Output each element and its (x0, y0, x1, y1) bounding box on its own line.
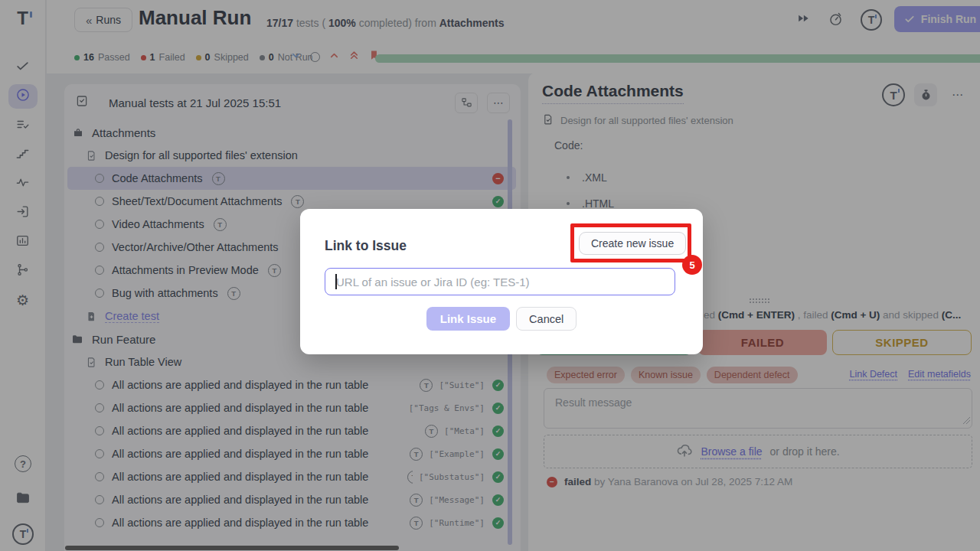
cancel-button[interactable]: Cancel (516, 307, 577, 331)
annotation-highlight-rect (570, 223, 691, 262)
modal-title: Link to Issue (325, 238, 407, 254)
app-root: T ⚙ ?T « Runs Manual Run 17/17 tests ( 1… (0, 0, 980, 551)
issue-url-input[interactable] (325, 268, 675, 295)
annotation-step-badge: 5 (682, 255, 702, 275)
link-issue-button[interactable]: Link Issue (426, 307, 510, 331)
text-caret (335, 274, 337, 289)
